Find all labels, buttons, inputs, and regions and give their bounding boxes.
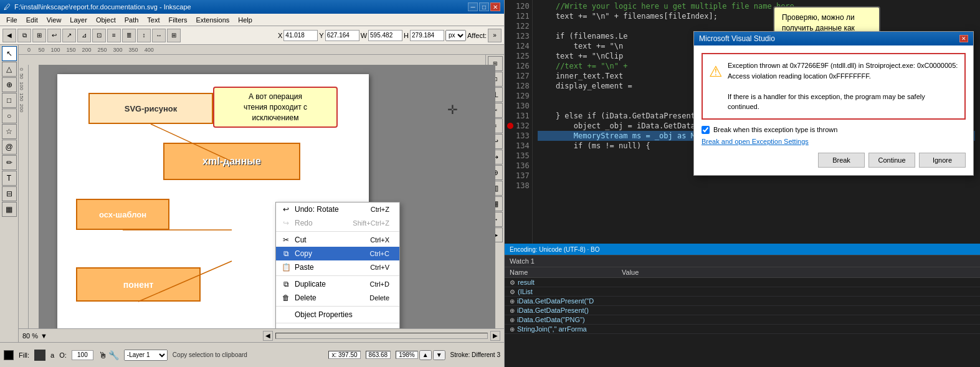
line-number-133: 133 [507, 131, 530, 141]
spiral-tool[interactable]: @ [2, 140, 17, 155]
undo-icon: ↩ [281, 204, 291, 214]
maximize-button[interactable]: □ [479, 2, 489, 11]
opacity-input[interactable] [72, 350, 93, 360]
break-button[interactable]: Break [818, 153, 865, 168]
toolbar-btn-2[interactable]: ⧉ [17, 29, 31, 42]
ctx-delete[interactable]: 🗑 Delete Delete [276, 291, 399, 305]
fill-value: a [50, 351, 54, 359]
x-label: X [278, 32, 282, 39]
watch-row-2[interactable]: ⊕iData.GetDataPresent("D [505, 297, 980, 306]
ctx-duplicate[interactable]: ⧉ Duplicate Ctrl+D [276, 277, 399, 291]
h-input[interactable] [410, 30, 444, 41]
zoom-tool-left[interactable]: ⊕ [2, 77, 17, 92]
ctx-undo-shortcut: Ctrl+Z [371, 206, 389, 213]
ctx-undo[interactable]: ↩ Undo: Rotate Ctrl+Z [276, 203, 399, 216]
watch-row-1[interactable]: ⚙(IList [505, 287, 980, 297]
toolbar-btn-5[interactable]: ↗ [62, 29, 76, 42]
y-input[interactable] [325, 30, 359, 41]
menu-extensions[interactable]: Extensions [192, 16, 233, 24]
toolbar-btn-4[interactable]: ↩ [47, 29, 61, 42]
watch-row-0[interactable]: ⚙result [505, 278, 980, 287]
star-tool[interactable]: ☆ [2, 124, 17, 139]
layer-select[interactable]: -Layer 1 [124, 350, 168, 361]
watch-icon-2: ⊕ [510, 298, 515, 305]
pencil-tool[interactable]: ✏ [2, 155, 17, 170]
zoom-up-btn[interactable]: ▲ [419, 350, 432, 360]
rect-tool[interactable]: □ [2, 93, 17, 108]
toolbar-btn-1[interactable]: ◀ [2, 29, 16, 42]
menu-text[interactable]: Text [143, 16, 163, 24]
copy-msg: Copy selection to clipboard [173, 351, 247, 358]
w-input[interactable] [368, 30, 402, 41]
menu-path[interactable]: Path [121, 16, 143, 24]
exception-settings-link[interactable]: Break and open Exception Settings [702, 138, 966, 145]
fill-tool[interactable]: ⊟ [2, 186, 17, 201]
menu-layer[interactable]: Layer [66, 16, 91, 24]
scroll-h-bar[interactable] [275, 333, 488, 339]
select-tool[interactable]: ↖ [2, 46, 17, 61]
scroll-left-btn[interactable]: ◀ [263, 331, 273, 341]
text-tool[interactable]: T [2, 171, 17, 186]
ctx-cut[interactable]: ✂ Cut Ctrl+X [276, 233, 399, 247]
ctx-sep-4 [276, 323, 399, 323]
watch-value-header: Value [622, 269, 639, 276]
ellipse-tool[interactable]: ○ [2, 108, 17, 123]
svg-object-шаблон[interactable]: осх-шаблон [76, 199, 169, 230]
node-tool[interactable]: △ [2, 62, 17, 77]
scroll-right-btn[interactable]: ▶ [490, 331, 500, 341]
menu-file[interactable]: File [2, 16, 21, 24]
toolbar-btn-10[interactable]: ↕ [137, 29, 151, 42]
y-label: Y [319, 32, 323, 39]
toolbar-btn-7[interactable]: ⊡ [92, 29, 106, 42]
watch-row-5[interactable]: ⊕StringJoin("," arrForma [505, 325, 980, 334]
ctx-cut-label: Cut [295, 236, 307, 244]
ctx-duplicate-shortcut: Ctrl+D [370, 280, 389, 288]
minimize-button[interactable]: ─ [468, 2, 478, 11]
toolbar-btn-8[interactable]: ≡ [107, 29, 121, 42]
ctx-sep-1 [276, 231, 399, 232]
inkscape-canvas[interactable]: SVG-рисунок xml-данные осх-шаблон понент [39, 65, 495, 328]
affect-btn[interactable]: » [488, 29, 502, 42]
ctx-redo[interactable]: ↪ Redo Shift+Ctrl+Z [276, 216, 399, 230]
toolbar-btn-11[interactable]: ↔ [152, 29, 166, 42]
object-label-0: SVG-рисунок [125, 104, 177, 113]
menu-edit[interactable]: Edit [22, 16, 42, 24]
toolbar-btn-3[interactable]: ⊞ [32, 29, 46, 42]
menu-help[interactable]: Help [234, 16, 256, 24]
watch-val-0 [622, 279, 975, 286]
coord-y: 863.68 [369, 351, 388, 358]
watch-row-3[interactable]: ⊕iData.GetDataPresent() [505, 306, 980, 315]
toolbar-btn-6[interactable]: ⊿ [77, 29, 91, 42]
watch-title: Watch 1 [505, 255, 980, 267]
ctx-object-props[interactable]: Object Properties [276, 308, 399, 322]
code-line-122 [538, 21, 975, 31]
ctx-paste[interactable]: 📋 Paste Ctrl+V [276, 260, 399, 274]
ctx-select-this[interactable]: Select This [276, 325, 399, 328]
svg-object-rисунок[interactable]: SVG-рисунок [88, 93, 213, 124]
svg-object-xml[interactable]: xml-данные [163, 143, 300, 180]
toolbar-btn-12[interactable]: ⊞ [167, 29, 181, 42]
ignore-button[interactable]: Ignore [919, 153, 966, 168]
w-label: W [361, 32, 367, 39]
gradient-tool[interactable]: ▦ [2, 202, 17, 217]
fill-swatch[interactable] [34, 350, 45, 361]
no-fill-swatch[interactable] [4, 350, 14, 360]
svg-object-компонент[interactable]: понент [76, 267, 201, 302]
continue-button[interactable]: Continue [868, 153, 915, 168]
break-checkbox[interactable] [702, 126, 710, 134]
opacity-label: O: [59, 351, 67, 359]
zoom-value: 198% [396, 351, 418, 359]
menu-filters[interactable]: Filters [165, 16, 191, 24]
menu-view[interactable]: View [43, 16, 65, 24]
x-input[interactable] [283, 30, 318, 41]
watch-icon-4: ⊕ [510, 317, 515, 323]
dialog-close-btn[interactable]: ✕ [959, 35, 968, 42]
menu-object[interactable]: Object [92, 16, 120, 24]
unit-select[interactable]: px [445, 30, 466, 41]
close-button[interactable]: ✕ [490, 2, 500, 11]
zoom-down-btn[interactable]: ▼ [433, 350, 445, 360]
info-text: If there is a handler for this exception… [728, 93, 925, 111]
ctx-copy[interactable]: ⧉ Copy Ctrl+C [276, 247, 399, 260]
toolbar-btn-9[interactable]: ≣ [122, 29, 136, 42]
watch-row-4[interactable]: ⊕iData.GetData("PNG") [505, 315, 980, 325]
